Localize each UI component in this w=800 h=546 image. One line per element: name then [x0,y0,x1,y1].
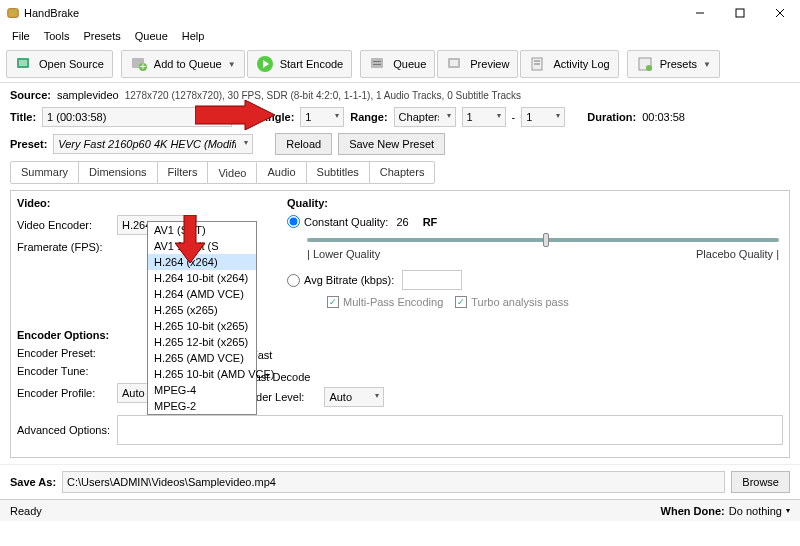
start-encode-button[interactable]: Start Encode [247,50,353,78]
tab-filters[interactable]: Filters [158,162,209,183]
tab-chapters[interactable]: Chapters [370,162,435,183]
encoder-profile-label: Encoder Profile: [17,387,117,399]
encoder-option[interactable]: AV1 10-bit (S [148,238,256,254]
svg-point-2 [14,10,16,12]
save-as-row: Save As: Browse [0,464,800,499]
encoder-option[interactable]: AV1 (SVT) [148,222,256,238]
svg-rect-16 [373,64,381,65]
menu-help[interactable]: Help [176,28,211,44]
when-done-value[interactable]: Do nothing [729,505,782,517]
turbo-label: Turbo analysis pass [471,296,568,308]
source-meta: 1278x720 (1278x720), 30 FPS, SDR (8-bit … [125,90,521,101]
add-to-queue-button[interactable]: + Add to Queue ▼ [121,50,245,78]
range-to-select[interactable]: 1 [521,107,565,127]
when-done-label: When Done: [661,505,725,517]
queue-button[interactable]: Queue [360,50,435,78]
turbo-checkbox[interactable]: ✓ [455,296,467,308]
save-new-preset-button[interactable]: Save New Preset [338,133,445,155]
duration-label: Duration: [587,111,636,123]
encoder-option[interactable]: H.264 10-bit (x264) [148,270,256,286]
encoder-option[interactable]: MPEG-2 [148,398,256,414]
constant-quality-radio[interactable] [287,215,300,228]
maximize-button[interactable] [720,0,760,26]
range-dash: - [512,111,516,123]
multipass-checkbox[interactable]: ✓ [327,296,339,308]
menubar: File Tools Presets Queue Help [0,26,800,46]
svg-rect-15 [373,61,381,62]
menu-file[interactable]: File [6,28,36,44]
tab-dimensions[interactable]: Dimensions [79,162,157,183]
quality-slider[interactable] [307,238,779,242]
menu-presets[interactable]: Presets [77,28,126,44]
avg-bitrate-input[interactable] [402,270,462,290]
status-bar: Ready When Done: Do nothing ▾ [0,499,800,521]
preset-label: Preset: [10,138,47,150]
svg-rect-8 [19,60,27,66]
encoder-preset-label: Encoder Preset: [17,347,117,359]
svg-rect-4 [736,9,744,17]
preset-select[interactable]: Very Fast 2160p60 4K HEVC (Modified) [53,134,253,154]
multipass-label: Multi-Pass Encoding [343,296,443,308]
lower-quality-label: | Lower Quality [307,248,380,260]
constant-quality-label: Constant Quality: [304,216,388,228]
save-as-input[interactable] [62,471,725,493]
open-source-button[interactable]: Open Source [6,50,113,78]
tab-summary[interactable]: Summary [11,162,79,183]
encoder-level-select[interactable]: Auto [324,387,384,407]
encoder-option[interactable]: H.264 (x264) [148,254,256,270]
avg-bitrate-radio[interactable] [287,274,300,287]
encoder-option[interactable]: H.265 (x265) [148,302,256,318]
source-row: Source: samplevideo 1278x720 (1278x720),… [10,89,790,101]
preset-row: Preset: Very Fast 2160p60 4K HEVC (Modif… [10,133,790,155]
activity-log-button[interactable]: Activity Log [520,50,618,78]
title-row: Title: 1 (00:03:58) Angle: 1 Range: Chap… [10,107,790,127]
video-section-title: Video: [17,197,267,209]
source-label: Source: [10,89,51,101]
svg-point-23 [646,65,652,71]
close-button[interactable] [760,0,800,26]
constant-quality-value: 26 [396,216,408,228]
svg-point-1 [10,10,12,12]
preview-button[interactable]: Preview [437,50,518,78]
tab-video[interactable]: Video [208,162,257,183]
encoder-tune-label: Encoder Tune: [17,365,117,377]
titlebar: HandBrake [0,0,800,26]
advanced-options-input[interactable] [117,415,783,445]
angle-select[interactable]: 1 [300,107,344,127]
framerate-label: Framerate (FPS): [17,241,117,253]
avg-bitrate-label: Avg Bitrate (kbps): [304,274,394,286]
advanced-options-label: Advanced Options: [17,424,117,436]
encoder-option[interactable]: H.265 12-bit (x265) [148,334,256,350]
save-as-label: Save As: [10,476,56,488]
presets-button[interactable]: Presets ▼ [627,50,720,78]
range-from-select[interactable]: 1 [462,107,506,127]
browse-button[interactable]: Browse [731,471,790,493]
reload-button[interactable]: Reload [275,133,332,155]
minimize-button[interactable] [680,0,720,26]
encoder-option[interactable]: H.264 (AMD VCE) [148,286,256,302]
svg-text:+: + [140,60,146,72]
encoder-option[interactable]: H.265 10-bit (x265) [148,318,256,334]
toolbar: Open Source + Add to Queue ▼ Start Encod… [0,46,800,83]
app-title: HandBrake [24,7,79,19]
video-encoder-label: Video Encoder: [17,219,117,231]
placebo-quality-label: Placebo Quality | [696,248,779,260]
tab-subtitles[interactable]: Subtitles [307,162,370,183]
svg-rect-14 [371,58,383,68]
encoder-option[interactable]: H.265 10-bit (AMD VCE) [148,366,256,382]
encoder-option[interactable]: H.265 (AMD VCE) [148,350,256,366]
range-mode-select[interactable]: Chapters [394,107,456,127]
title-label: Title: [10,111,36,123]
duration-value: 00:03:58 [642,111,685,123]
range-label: Range: [350,111,387,123]
tab-audio[interactable]: Audio [257,162,306,183]
menu-tools[interactable]: Tools [38,28,76,44]
tab-bar: Summary Dimensions Filters Video Audio S… [10,161,435,184]
encoder-option[interactable]: MPEG-4 [148,382,256,398]
title-select[interactable]: 1 (00:03:58) [42,107,232,127]
video-encoder-dropdown[interactable]: AV1 (SVT) AV1 10-bit (S H.264 (x264) H.2… [147,221,257,415]
menu-queue[interactable]: Queue [129,28,174,44]
video-panel: Video: Video Encoder: H.264 (x264) Frame… [10,190,790,458]
app-icon [6,6,20,20]
status-text: Ready [10,505,42,517]
